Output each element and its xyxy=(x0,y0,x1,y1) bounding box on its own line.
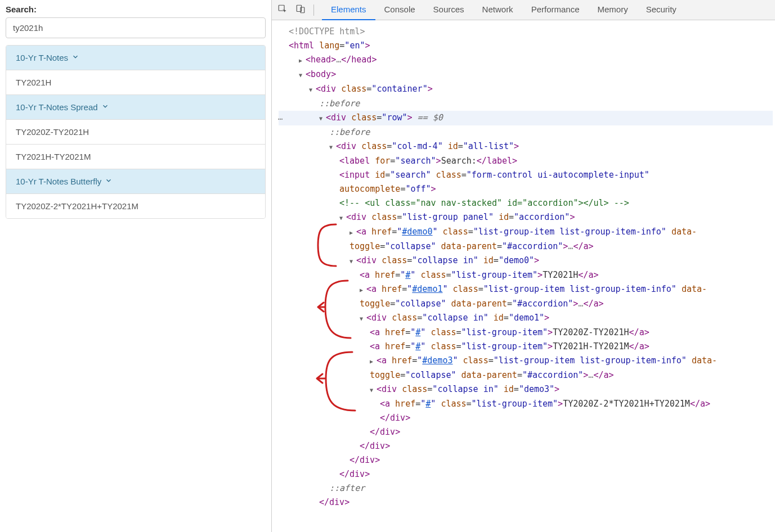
tab-console[interactable]: Console xyxy=(375,0,424,20)
dom-tree[interactable]: <!DOCTYPE html> <html lang="en"> ▶<head>… xyxy=(272,20,775,532)
chevron-down-icon xyxy=(101,102,109,112)
search-input[interactable] xyxy=(6,17,266,38)
dom-line[interactable]: ▶<a href="#demo3" class="list-group-item… xyxy=(279,354,773,368)
dom-line[interactable]: ▶<a href="#demo1" class="list-group-item… xyxy=(279,282,773,297)
dom-line[interactable]: ▼<div class="list-group panel" id="accor… xyxy=(279,210,773,225)
group-header-butterfly[interactable]: 10-Yr T-Notes Butterfly xyxy=(6,169,265,194)
chevron-down-icon xyxy=(105,177,113,186)
chevron-down-icon xyxy=(71,53,79,62)
group-header-label: 10-Yr T-Notes Spread xyxy=(16,102,98,112)
dom-line[interactable]: ▼<div class="container"> xyxy=(279,82,773,97)
dom-line[interactable]: <a href="#" class="list-group-item">TY20… xyxy=(279,397,773,411)
dom-line[interactable]: ▶<head>…</head> xyxy=(279,53,773,67)
dom-line[interactable]: <html lang="en"> xyxy=(279,39,773,53)
search-label: Search: xyxy=(6,4,266,14)
dom-line[interactable]: ▼<div class="collapse in" id="demo3"> xyxy=(279,382,773,397)
list-item[interactable]: TY2020Z-TY2021H xyxy=(6,120,265,145)
tab-memory[interactable]: Memory xyxy=(589,0,637,20)
dom-line[interactable]: toggle="collapse" data-parent="#accordio… xyxy=(279,240,773,254)
dom-line[interactable]: toggle="collapse" data-parent="#accordio… xyxy=(279,297,773,311)
list-item[interactable]: TY2021H-TY2021M xyxy=(6,145,265,169)
inspect-icon[interactable] xyxy=(277,4,288,16)
dom-line[interactable]: </div> xyxy=(279,411,773,425)
dom-line[interactable]: </div> xyxy=(279,439,773,453)
tab-elements[interactable]: Elements xyxy=(322,0,375,20)
tab-sources[interactable]: Sources xyxy=(424,0,473,20)
dom-line[interactable]: </div> xyxy=(279,467,773,481)
dom-line[interactable]: <a href="#" class="list-group-item">TY20… xyxy=(279,268,773,282)
dom-line[interactable]: <label for="search">Search:</label> xyxy=(279,154,773,168)
list-item[interactable]: TY2020Z-2*TY2021H+TY2021M xyxy=(6,194,265,218)
group-header-label: 10-Yr T-Notes Butterfly xyxy=(16,177,101,186)
dom-line[interactable]: toggle="collapse" data-parent="#accordio… xyxy=(279,368,773,382)
dom-line[interactable]: ▶<a href="#demo0" class="list-group-item… xyxy=(279,225,773,240)
dom-line[interactable]: </div> xyxy=(279,453,773,467)
dom-line[interactable]: ::before xyxy=(279,97,773,111)
group-header-label: 10-Yr T-Notes xyxy=(16,53,68,62)
tab-performance[interactable]: Performance xyxy=(522,0,589,20)
dom-line[interactable]: ▼<div class="col-md-4" id="all-list"> xyxy=(279,139,773,154)
toolbar-divider xyxy=(313,4,314,16)
app-panel: Search: 10-Yr T-Notes TY2021H 10-Yr T-No… xyxy=(0,0,271,532)
dom-line[interactable]: <a href="#" class="list-group-item">TY20… xyxy=(279,340,773,354)
accordion: 10-Yr T-Notes TY2021H 10-Yr T-Notes Spre… xyxy=(6,45,266,219)
dom-line[interactable]: <!-- <ul class="nav nav-stacked" id="acc… xyxy=(279,196,773,210)
dom-line[interactable]: autocomplete="off"> xyxy=(279,182,773,196)
dom-line[interactable]: <!DOCTYPE html> xyxy=(279,25,773,39)
dom-line[interactable]: <a href="#" class="list-group-item">TY20… xyxy=(279,326,773,340)
device-toggle-icon[interactable] xyxy=(295,4,306,16)
devtools-toolbar: Elements Console Sources Network Perform… xyxy=(272,0,775,20)
tab-network[interactable]: Network xyxy=(473,0,522,20)
dom-line[interactable]: </div> xyxy=(279,425,773,439)
dom-line[interactable]: </div> xyxy=(279,495,773,510)
dom-line[interactable]: <input id="search" class="form-control u… xyxy=(279,168,773,182)
dom-line-selected[interactable]: ▼<div class="row"> == $0 xyxy=(279,111,773,125)
dom-line[interactable]: ▼<body> xyxy=(279,67,773,82)
devtools-panel: Elements Console Sources Network Perform… xyxy=(271,0,775,532)
list-item[interactable]: TY2021H xyxy=(6,70,265,95)
dom-line[interactable]: ::after xyxy=(279,481,773,495)
dom-line[interactable]: ▼<div class="collapse in" id="demo0"> xyxy=(279,254,773,268)
dom-line[interactable]: ::before xyxy=(279,125,773,139)
tab-security[interactable]: Security xyxy=(637,0,686,20)
group-header-spread[interactable]: 10-Yr T-Notes Spread xyxy=(6,95,265,120)
group-header-tnotes[interactable]: 10-Yr T-Notes xyxy=(6,46,265,70)
devtools-tabs: Elements Console Sources Network Perform… xyxy=(322,0,686,20)
dom-line[interactable]: ▼<div class="collapse in" id="demo1"> xyxy=(279,311,773,326)
